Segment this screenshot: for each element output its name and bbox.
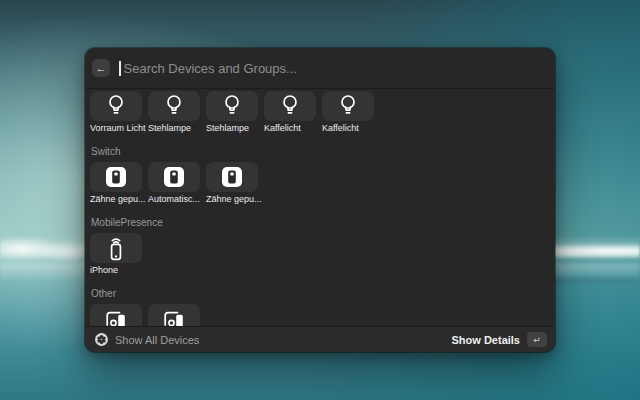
tv-speaker-icon [162,308,186,326]
show-details-button[interactable]: Show Details [452,334,520,346]
list-item[interactable]: Stehlampe [148,91,200,134]
list-item[interactable]: Zähne gepu... [206,162,258,205]
switch-icon [163,166,185,188]
list-item[interactable]: Zähne gepu... [90,162,142,205]
action-bar: Show All Devices Show Details ↵ [85,326,555,352]
list-item[interactable]: Stehlampe [206,91,258,134]
switch-icon [221,166,243,188]
tv-speaker-icon [104,308,128,326]
device-label: Zähne gepu... [90,194,142,205]
device-label: Stehlampe [206,123,258,134]
list-item[interactable] [90,304,142,326]
list-item[interactable]: iPhone [90,233,142,276]
section-switch-row: Zähne gepu... Automatisc... [90,162,550,205]
text-caret [119,61,121,76]
device-label: Automatisc... [148,194,200,205]
section-lights-row: Vorraum Licht Stehlampe [90,91,550,134]
lightbulb-icon [221,94,243,118]
list-item[interactable] [148,304,200,326]
lightbulb-icon [337,94,359,118]
section-header-mobilepresence: MobilePresence [91,217,550,228]
device-search-window: ← Vorraum Licht [85,48,555,352]
section-header-other: Other [91,288,550,299]
device-tile[interactable] [90,304,142,326]
device-tile[interactable] [206,162,258,192]
phone-presence-icon [104,235,128,261]
lightbulb-icon [279,94,301,118]
lightbulb-icon [105,94,127,118]
back-button[interactable]: ← [92,59,110,77]
search-bar: ← [85,48,555,89]
list-item[interactable]: Vorraum Licht [90,91,142,134]
section-other-row [90,304,550,326]
desktop: ← Vorraum Licht [0,0,640,400]
device-label: Kaffelicht [322,123,374,134]
device-tile[interactable] [90,91,142,121]
device-tile[interactable] [206,91,258,121]
device-label: Vorraum Licht [90,123,142,134]
device-tile[interactable] [322,91,374,121]
results-list[interactable]: Vorraum Licht Stehlampe [85,89,555,326]
switch-icon [105,166,127,188]
device-tile[interactable] [148,91,200,121]
device-label: iPhone [90,265,142,276]
device-tile[interactable] [90,162,142,192]
device-label: Kaffelicht [264,123,316,134]
command-name: Show All Devices [115,334,199,346]
device-tile[interactable] [264,91,316,121]
list-item[interactable]: Kaffelicht [264,91,316,134]
device-tile[interactable] [90,233,142,263]
section-mobilepresence-row: iPhone [90,233,550,276]
return-key-icon: ↵ [527,332,547,347]
back-icon: ← [96,63,107,74]
section-header-switch: Switch [91,146,550,157]
device-tile[interactable] [148,304,200,326]
lightbulb-icon [163,94,185,118]
list-item[interactable]: Automatisc... [148,162,200,205]
device-label: Stehlampe [148,123,200,134]
search-input[interactable] [122,60,546,77]
device-label: Zähne gepu... [206,194,258,205]
app-logo-icon [95,333,108,346]
list-item[interactable]: Kaffelicht [322,91,374,134]
device-tile[interactable] [148,162,200,192]
